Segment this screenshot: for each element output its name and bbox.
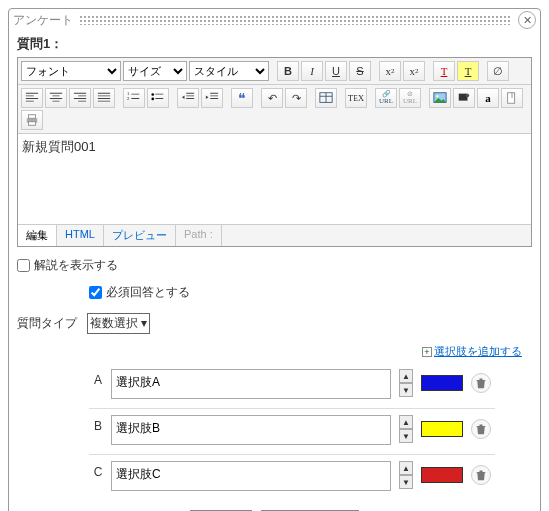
choice-row: C選択肢C▲▼ [89,455,495,501]
dialog-header: アンケート ✕ [9,9,540,31]
strikethrough-icon[interactable]: S [349,61,371,81]
move-down-icon[interactable]: ▼ [399,429,413,443]
required-answer-row: 必須回答とする [89,284,532,301]
editor-content[interactable]: 新規質問001 [18,134,531,224]
delete-choice-icon[interactable] [471,373,491,393]
print-icon[interactable] [21,110,43,130]
svg-rect-11 [29,115,36,119]
choice-text-input[interactable]: 選択肢A [111,369,391,399]
path-display: Path : [176,225,222,246]
editor-toolbar-row2: 12 ❝ ↶ ↷ TEX 🔗URL ⊘URL a [18,85,531,134]
rich-text-editor: フォント サイズ スタイル B I U S x2 x2 T T ∅ [17,57,532,247]
svg-point-6 [436,95,439,98]
choice-row: A選択肢A▲▼ [89,363,495,409]
align-right-icon[interactable] [69,88,91,108]
dialog-footer: 決定 キャンセル [17,500,532,511]
align-justify-icon[interactable] [93,88,115,108]
choice-row: B選択肢B▲▼ [89,409,495,455]
delete-choice-icon[interactable] [471,419,491,439]
move-down-icon[interactable]: ▼ [399,383,413,397]
move-up-icon[interactable]: ▲ [399,461,413,475]
color-swatch[interactable] [421,421,463,437]
image-icon[interactable] [429,88,451,108]
add-choice-row: +選択肢を追加する [17,344,532,359]
table-icon[interactable] [315,88,337,108]
move-up-icon[interactable]: ▲ [399,369,413,383]
italic-icon[interactable]: I [301,61,323,81]
fore-color-icon[interactable]: T [433,61,455,81]
choice-text-input[interactable]: 選択肢B [111,415,391,445]
drag-handle[interactable] [79,15,512,25]
font-select[interactable]: フォント [21,61,121,81]
color-swatch[interactable] [421,467,463,483]
link-icon[interactable]: 🔗URL [375,88,397,108]
svg-text:2: 2 [127,96,129,101]
align-left-icon[interactable] [21,88,43,108]
indent-icon[interactable] [201,88,223,108]
blockquote-icon[interactable]: ❝ [231,88,253,108]
back-color-icon[interactable]: T [457,61,479,81]
required-answer-label: 必須回答とする [106,284,190,301]
underline-icon[interactable]: U [325,61,347,81]
align-center-icon[interactable] [45,88,67,108]
tex-icon[interactable]: TEX [345,88,367,108]
remove-format-icon[interactable]: ∅ [487,61,509,81]
question-type-row: 質問タイプ 複数選択 ▾ [17,313,532,334]
choices-table: A選択肢A▲▼B選択肢B▲▼C選択肢C▲▼ [89,363,495,500]
subscript-icon[interactable]: x2 [403,61,425,81]
svg-rect-9 [508,93,515,104]
dialog-title: アンケート [13,12,73,29]
choice-key: C [89,455,107,501]
media-icon[interactable] [453,88,475,108]
add-choice-link[interactable]: 選択肢を追加する [434,345,522,357]
question-type-label: 質問タイプ [17,315,77,332]
delete-choice-icon[interactable] [471,465,491,485]
choice-key: B [89,409,107,455]
superscript-icon[interactable]: x2 [379,61,401,81]
svg-point-3 [151,98,154,101]
size-select[interactable]: サイズ [123,61,187,81]
move-down-icon[interactable]: ▼ [399,475,413,489]
question-label: 質問1： [17,35,532,53]
editor-toolbar-row1: フォント サイズ スタイル B I U S x2 x2 T T ∅ [18,58,531,85]
close-icon[interactable]: ✕ [518,11,536,29]
svg-point-2 [151,93,154,96]
tab-preview[interactable]: プレビュー [104,225,176,246]
attachment-icon[interactable] [501,88,523,108]
choice-text-input[interactable]: 選択肢C [111,461,391,491]
show-explanation-checkbox[interactable] [17,259,30,272]
ordered-list-icon[interactable]: 12 [123,88,145,108]
svg-rect-12 [29,122,36,126]
svg-point-8 [466,94,470,98]
move-up-icon[interactable]: ▲ [399,415,413,429]
outdent-icon[interactable] [177,88,199,108]
undo-icon[interactable]: ↶ [261,88,283,108]
editor-tabs: 編集 HTML プレビュー Path : [18,224,531,246]
required-answer-checkbox[interactable] [89,286,102,299]
survey-dialog: アンケート ✕ 質問1： フォント サイズ スタイル B I U S x2 x2… [8,8,541,511]
show-explanation-row: 解説を表示する [17,257,532,274]
choice-key: A [89,363,107,409]
plus-icon: + [422,347,432,357]
redo-icon[interactable]: ↷ [285,88,307,108]
question-type-select[interactable]: 複数選択 ▾ [87,313,150,334]
unlink-icon[interactable]: ⊘URL [399,88,421,108]
tab-html[interactable]: HTML [57,225,104,246]
style-select[interactable]: スタイル [189,61,269,81]
show-explanation-label: 解説を表示する [34,257,118,274]
chevron-down-icon: ▾ [141,316,147,330]
color-swatch[interactable] [421,375,463,391]
question-type-value: 複数選択 [90,316,138,330]
bold-icon[interactable]: B [277,61,299,81]
tab-edit[interactable]: 編集 [18,225,57,246]
amazon-icon[interactable]: a [477,88,499,108]
dialog-body: 質問1： フォント サイズ スタイル B I U S x2 x2 T T ∅ [9,31,540,511]
unordered-list-icon[interactable] [147,88,169,108]
